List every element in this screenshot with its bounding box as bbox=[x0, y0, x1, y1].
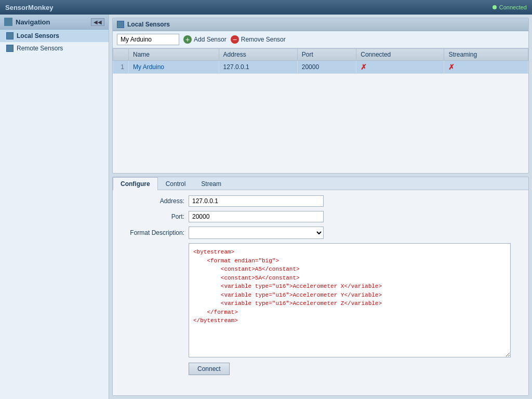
col-name: Name bbox=[129, 49, 219, 61]
col-port: Port bbox=[297, 49, 356, 61]
tab-configure[interactable]: Configure bbox=[113, 177, 158, 190]
local-sensors-icon bbox=[6, 32, 14, 39]
nav-icon bbox=[4, 18, 12, 26]
tab-stream[interactable]: Stream bbox=[193, 177, 229, 190]
sensor-toolbar: + Add Sensor − Remove Sensor bbox=[113, 31, 528, 48]
sensors-panel-icon bbox=[117, 21, 124, 28]
remote-sensors-label: Remote Sensors bbox=[17, 45, 63, 52]
tab-configure-label: Configure bbox=[121, 180, 150, 188]
row-connected: ✗ bbox=[356, 61, 444, 74]
sidebar-item-remote-sensors[interactable]: Remote Sensors bbox=[0, 42, 109, 55]
sensor-name-link[interactable]: My Arduino bbox=[133, 63, 164, 71]
col-address: Address bbox=[219, 49, 297, 61]
nav-title: Navigation bbox=[16, 18, 50, 26]
tab-bar: Configure Control Stream bbox=[113, 177, 528, 190]
sensors-table: Name Address Port Connected Streaming 1 … bbox=[113, 48, 528, 74]
row-num: 1 bbox=[113, 61, 129, 74]
configure-panel: Configure Control Stream Address: Port: bbox=[112, 177, 529, 396]
remote-sensors-icon bbox=[6, 45, 14, 52]
sensors-panel: Local Sensors + Add Sensor − Remove Sens… bbox=[112, 18, 529, 174]
row-address: 127.0.0.1 bbox=[219, 61, 297, 74]
format-row: Format Description: bbox=[121, 227, 520, 239]
add-icon: + bbox=[183, 35, 192, 44]
local-sensors-label: Local Sensors bbox=[17, 32, 59, 39]
connection-status-label: Connected bbox=[499, 4, 527, 10]
app-title: SensorMonkey bbox=[5, 4, 53, 11]
sidebar: Navigation ◀◀ Local Sensors Remote Senso… bbox=[0, 15, 109, 399]
remove-sensor-button[interactable]: − Remove Sensor bbox=[231, 35, 286, 44]
content-area: Local Sensors + Add Sensor − Remove Sens… bbox=[109, 15, 532, 399]
port-input[interactable] bbox=[189, 211, 324, 222]
port-label: Port: bbox=[121, 213, 189, 220]
format-label: Format Description: bbox=[121, 229, 189, 236]
col-connected: Connected bbox=[356, 49, 444, 61]
connect-row: Connect bbox=[121, 357, 520, 375]
table-row[interactable]: 1 My Arduino 127.0.0.1 20000 ✗ ✗ bbox=[113, 61, 528, 74]
table-header-row: Name Address Port Connected Streaming bbox=[113, 49, 528, 61]
add-sensor-label: Add Sensor bbox=[194, 36, 227, 43]
tab-stream-label: Stream bbox=[201, 180, 221, 188]
tab-control[interactable]: Control bbox=[158, 177, 194, 190]
remove-icon: − bbox=[231, 35, 239, 44]
format-select[interactable] bbox=[189, 227, 324, 239]
xml-content: <bytestream> <format endian="big"> <cons… bbox=[193, 249, 382, 324]
xml-editor[interactable]: <bytestream> <format endian="big"> <cons… bbox=[189, 243, 511, 357]
address-row: Address: bbox=[121, 195, 520, 207]
address-label: Address: bbox=[121, 197, 189, 205]
nav-header-left: Navigation bbox=[4, 18, 50, 26]
sidebar-item-local-sensors[interactable]: Local Sensors bbox=[0, 30, 109, 42]
row-port: 20000 bbox=[297, 61, 356, 74]
titlebar: SensorMonkey Connected bbox=[0, 0, 532, 15]
main-layout: Navigation ◀◀ Local Sensors Remote Senso… bbox=[0, 15, 532, 399]
remove-sensor-label: Remove Sensor bbox=[241, 36, 286, 43]
connection-status: Connected bbox=[493, 4, 527, 10]
nav-collapse-button[interactable]: ◀◀ bbox=[91, 18, 104, 26]
row-name: My Arduino bbox=[129, 61, 219, 74]
col-num bbox=[113, 49, 129, 61]
add-sensor-button[interactable]: + Add Sensor bbox=[183, 35, 227, 44]
connected-dot-icon bbox=[493, 5, 497, 9]
port-row: Port: bbox=[121, 211, 520, 222]
sensor-name-input[interactable] bbox=[117, 34, 179, 45]
sensors-panel-title: Local Sensors bbox=[127, 21, 170, 28]
row-streaming: ✗ bbox=[444, 61, 528, 74]
col-streaming: Streaming bbox=[444, 49, 528, 61]
connected-status-icon: ✗ bbox=[361, 63, 367, 71]
connect-button[interactable]: Connect bbox=[189, 363, 230, 375]
sensors-panel-header: Local Sensors bbox=[113, 18, 528, 31]
nav-header: Navigation ◀◀ bbox=[0, 15, 109, 30]
configure-body: Address: Port: Format Description: <byte… bbox=[113, 190, 528, 395]
tab-control-label: Control bbox=[166, 180, 186, 188]
address-input[interactable] bbox=[189, 195, 324, 207]
streaming-status-icon: ✗ bbox=[448, 63, 455, 71]
